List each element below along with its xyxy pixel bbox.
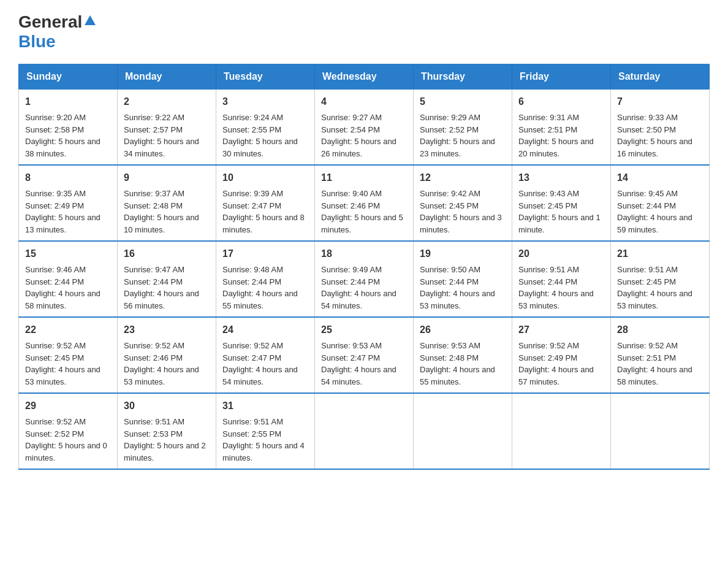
weekday-header-tuesday: Tuesday (216, 64, 315, 89)
day-number: 18 (321, 247, 407, 261)
calendar-day-cell: 6 Sunrise: 9:31 AM Sunset: 2:51 PM Dayli… (512, 89, 611, 165)
sunset-text: Sunset: 2:44 PM (124, 277, 183, 286)
day-number: 16 (124, 247, 210, 261)
sunset-text: Sunset: 2:49 PM (518, 353, 577, 362)
sunset-text: Sunset: 2:44 PM (420, 277, 479, 286)
svg-marker-0 (85, 15, 96, 25)
calendar-day-cell: 21 Sunrise: 9:51 AM Sunset: 2:45 PM Dayl… (611, 241, 710, 317)
sunrise-text: Sunrise: 9:52 AM (617, 341, 678, 350)
daylight-text: Daylight: 4 hours and 54 minutes. (321, 365, 396, 386)
sunrise-text: Sunrise: 9:51 AM (124, 417, 184, 426)
sunset-text: Sunset: 2:44 PM (222, 277, 281, 286)
calendar-day-cell: 7 Sunrise: 9:33 AM Sunset: 2:50 PM Dayli… (611, 89, 710, 165)
calendar-day-cell: 22 Sunrise: 9:52 AM Sunset: 2:45 PM Dayl… (19, 317, 118, 393)
daylight-text: Daylight: 5 hours and 0 minutes. (25, 441, 107, 462)
calendar-day-cell: 28 Sunrise: 9:52 AM Sunset: 2:51 PM Dayl… (611, 317, 710, 393)
daylight-text: Daylight: 5 hours and 20 minutes. (518, 137, 594, 158)
weekday-header-friday: Friday (512, 64, 611, 89)
daylight-text: Daylight: 4 hours and 55 minutes. (420, 365, 495, 386)
calendar-week-row: 8 Sunrise: 9:35 AM Sunset: 2:49 PM Dayli… (19, 165, 710, 241)
day-number: 21 (617, 247, 703, 261)
sunset-text: Sunset: 2:55 PM (222, 125, 281, 134)
sunset-text: Sunset: 2:44 PM (617, 201, 676, 210)
day-number: 17 (222, 247, 308, 261)
sunset-text: Sunset: 2:46 PM (321, 201, 380, 210)
calendar-day-cell: 19 Sunrise: 9:50 AM Sunset: 2:44 PM Dayl… (414, 241, 512, 317)
day-number: 4 (321, 94, 407, 109)
sunset-text: Sunset: 2:47 PM (222, 353, 281, 362)
sunrise-text: Sunrise: 9:24 AM (222, 113, 283, 122)
calendar-day-cell: 25 Sunrise: 9:53 AM Sunset: 2:47 PM Dayl… (315, 317, 414, 393)
day-number: 2 (124, 94, 210, 109)
sunrise-text: Sunrise: 9:27 AM (321, 113, 382, 122)
daylight-text: Daylight: 5 hours and 8 minutes. (222, 213, 305, 234)
daylight-text: Daylight: 4 hours and 53 minutes. (617, 289, 692, 310)
day-number: 23 (124, 323, 210, 337)
calendar-day-cell: 1 Sunrise: 9:20 AM Sunset: 2:58 PM Dayli… (19, 89, 118, 165)
sunset-text: Sunset: 2:58 PM (25, 125, 84, 134)
calendar-week-row: 15 Sunrise: 9:46 AM Sunset: 2:44 PM Dayl… (19, 241, 710, 317)
calendar-day-cell: 10 Sunrise: 9:39 AM Sunset: 2:47 PM Dayl… (216, 165, 315, 241)
calendar-day-cell: 17 Sunrise: 9:48 AM Sunset: 2:44 PM Dayl… (216, 241, 315, 317)
calendar-day-cell: 15 Sunrise: 9:46 AM Sunset: 2:44 PM Dayl… (19, 241, 118, 317)
calendar-day-cell: 24 Sunrise: 9:52 AM Sunset: 2:47 PM Dayl… (216, 317, 315, 393)
daylight-text: Daylight: 4 hours and 59 minutes. (617, 213, 692, 234)
sunrise-text: Sunrise: 9:51 AM (518, 265, 579, 274)
calendar-day-cell (611, 393, 710, 469)
day-number: 29 (25, 399, 111, 413)
sunrise-text: Sunrise: 9:49 AM (321, 265, 382, 274)
day-number: 19 (420, 247, 506, 261)
sunrise-text: Sunrise: 9:33 AM (617, 113, 678, 122)
sunset-text: Sunset: 2:57 PM (124, 125, 183, 134)
sunrise-text: Sunrise: 9:51 AM (222, 417, 283, 426)
daylight-text: Daylight: 5 hours and 38 minutes. (25, 137, 100, 158)
daylight-text: Daylight: 5 hours and 23 minutes. (420, 137, 495, 158)
sunset-text: Sunset: 2:50 PM (617, 125, 676, 134)
sunrise-text: Sunrise: 9:40 AM (321, 189, 382, 198)
sunrise-text: Sunrise: 9:39 AM (222, 189, 283, 198)
sunset-text: Sunset: 2:44 PM (321, 277, 380, 286)
day-number: 11 (321, 170, 407, 185)
day-number: 9 (124, 170, 210, 185)
sunrise-text: Sunrise: 9:20 AM (25, 113, 86, 122)
sunrise-text: Sunrise: 9:50 AM (420, 265, 480, 274)
calendar-day-cell (315, 393, 414, 469)
sunrise-text: Sunrise: 9:52 AM (222, 341, 283, 350)
sunset-text: Sunset: 2:47 PM (222, 201, 281, 210)
calendar-day-cell: 18 Sunrise: 9:49 AM Sunset: 2:44 PM Dayl… (315, 241, 414, 317)
daylight-text: Daylight: 5 hours and 1 minute. (518, 213, 601, 234)
day-number: 14 (617, 170, 703, 185)
sunrise-text: Sunrise: 9:43 AM (518, 189, 579, 198)
logo-triangle-icon (85, 15, 96, 28)
sunset-text: Sunset: 2:51 PM (617, 353, 676, 362)
calendar-day-cell (414, 393, 512, 469)
calendar-day-cell: 3 Sunrise: 9:24 AM Sunset: 2:55 PM Dayli… (216, 89, 315, 165)
sunset-text: Sunset: 2:55 PM (222, 429, 281, 439)
sunrise-text: Sunrise: 9:35 AM (25, 189, 86, 198)
day-number: 30 (124, 399, 210, 413)
daylight-text: Daylight: 5 hours and 4 minutes. (222, 441, 305, 462)
calendar-week-row: 22 Sunrise: 9:52 AM Sunset: 2:45 PM Dayl… (19, 317, 710, 393)
daylight-text: Daylight: 4 hours and 54 minutes. (321, 289, 396, 310)
daylight-text: Daylight: 4 hours and 53 minutes. (25, 365, 100, 386)
daylight-text: Daylight: 5 hours and 13 minutes. (25, 213, 100, 234)
sunrise-text: Sunrise: 9:48 AM (222, 265, 283, 274)
daylight-text: Daylight: 5 hours and 2 minutes. (124, 441, 206, 462)
calendar-day-cell: 31 Sunrise: 9:51 AM Sunset: 2:55 PM Dayl… (216, 393, 315, 469)
sunset-text: Sunset: 2:52 PM (25, 429, 84, 439)
day-number: 26 (420, 323, 506, 337)
calendar-day-cell: 30 Sunrise: 9:51 AM Sunset: 2:53 PM Dayl… (118, 393, 216, 469)
sunset-text: Sunset: 2:44 PM (25, 277, 84, 286)
calendar-day-cell: 23 Sunrise: 9:52 AM Sunset: 2:46 PM Dayl… (118, 317, 216, 393)
sunset-text: Sunset: 2:51 PM (518, 125, 577, 134)
sunset-text: Sunset: 2:54 PM (321, 125, 380, 134)
calendar-day-cell: 26 Sunrise: 9:53 AM Sunset: 2:48 PM Dayl… (414, 317, 512, 393)
weekday-header-thursday: Thursday (414, 64, 512, 89)
calendar-day-cell: 9 Sunrise: 9:37 AM Sunset: 2:48 PM Dayli… (118, 165, 216, 241)
sunrise-text: Sunrise: 9:51 AM (617, 265, 678, 274)
daylight-text: Daylight: 4 hours and 56 minutes. (124, 289, 199, 310)
sunset-text: Sunset: 2:45 PM (420, 201, 479, 210)
weekday-header-wednesday: Wednesday (315, 64, 414, 89)
daylight-text: Daylight: 5 hours and 3 minutes. (420, 213, 502, 234)
sunset-text: Sunset: 2:48 PM (124, 201, 183, 210)
